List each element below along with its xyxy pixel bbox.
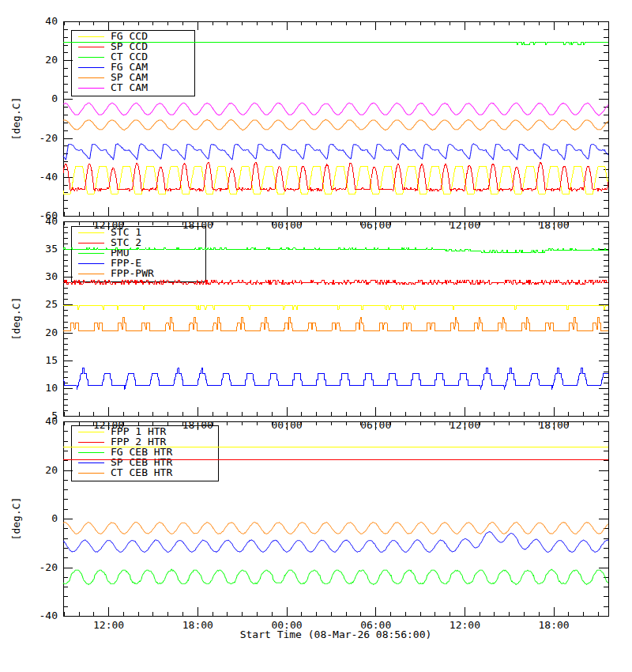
plot-canvas: Start Time (08-Mar-26 08:56:00) 40200-20… [0, 0, 632, 672]
x-axis-title: Start Time (08-Mar-26 08:56:00) [240, 629, 432, 640]
temperature-telemetry-figure: Start Time (08-Mar-26 08:56:00) 40200-20… [0, 0, 632, 672]
y-tick-label: 40 [45, 415, 58, 427]
series-sp-ceb-htr [63, 531, 608, 552]
y-tick-label: 25 [45, 298, 58, 310]
y-tick-label: -40 [40, 610, 58, 621]
series-ct-ceb-htr [63, 523, 608, 534]
panel-heater-temps: 40200-20-4012:0018:0000:0006:0012:0018:0… [10, 415, 608, 631]
y-tick-label: 20 [45, 54, 58, 66]
y-tick-label: 10 [45, 382, 58, 394]
y-tick-label: 20 [45, 464, 58, 476]
panel-electronics-temps: 40353025201510512:0018:0000:0006:0012:00… [10, 215, 608, 431]
legend-label: CT CAM [111, 81, 148, 93]
legend-label: CT CEB HTR [111, 466, 172, 478]
series-fg-ceb-htr [63, 569, 608, 585]
y-tick-label: 35 [45, 243, 58, 255]
y-axis-title: [deg.C] [10, 297, 22, 341]
x-tick-label: 06:00 [360, 619, 391, 631]
x-tick-label: 00:00 [271, 619, 302, 631]
x-tick-label: 12:00 [450, 619, 480, 631]
y-tick-label: 0 [51, 92, 58, 104]
y-tick-label: -20 [40, 561, 58, 573]
y-tick-label: -20 [40, 132, 58, 144]
legend-label: FPP-PWR [111, 267, 154, 279]
y-tick-label: -40 [40, 171, 58, 183]
y-tick-label: 40 [45, 215, 58, 227]
series-pmu [63, 248, 608, 252]
series-stc-1 [63, 306, 608, 310]
series-fpp-e [63, 368, 608, 389]
series-fpp-pwr [63, 317, 608, 330]
series-fg-cam [63, 144, 608, 160]
legend: FG CCDSP CCDCT CCDFG CAMSP CAMCT CAM [71, 30, 194, 96]
x-tick-label: 12:00 [93, 619, 124, 631]
y-tick-label: 30 [45, 270, 58, 282]
y-tick-label: 0 [51, 512, 58, 524]
x-tick-label: 18:00 [539, 619, 570, 631]
y-axis-title: [deg.C] [10, 497, 22, 541]
legend: FPP 1 HTRFPP 2 HTRFG CEB HTRSP CEB HTRCT… [71, 425, 218, 481]
panel-ccd-cam-temps: 40200-20-40-6012:0018:0000:0006:0012:001… [10, 15, 608, 231]
legend: STC 1STC 2PMUFPP-EFPP-PWR [71, 226, 205, 281]
y-axis-title: [deg.C] [10, 97, 22, 141]
y-tick-label: 15 [45, 354, 58, 366]
x-tick-label: 18:00 [182, 619, 213, 631]
series-sp-cam [63, 119, 608, 130]
series-ct-cam [63, 103, 608, 115]
y-tick-label: 40 [45, 15, 58, 27]
y-tick-label: 20 [45, 327, 58, 338]
